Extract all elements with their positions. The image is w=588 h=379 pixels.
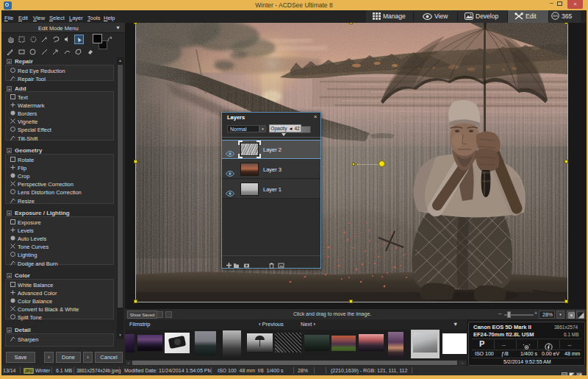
- svg-text:365: 365: [553, 14, 559, 18]
